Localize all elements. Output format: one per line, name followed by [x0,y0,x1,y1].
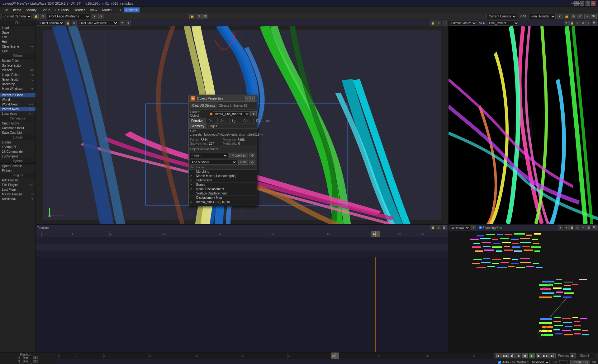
timeline-ruler[interactable]: 0 -5 10 20 30 40 50 62 70 80 9 [56,352,493,359]
vp-icon2[interactable]: ⚙ [436,21,441,26]
auto-key-mode[interactable]: Modified [530,360,550,364]
next-key-btn[interactable]: |▶ [536,353,542,358]
subtab-geometry[interactable]: Geometry [189,124,206,128]
view-dropdown-icon[interactable]: ▼ [92,14,97,19]
schematic-viewport[interactable]: Schematic ▼ Bounding Box ▼ ▼ 🔒 ⚙ + ☰ 🔍 [448,225,598,352]
render-search-icon[interactable]: 🔍 [591,14,597,19]
tl-vp-icon1[interactable]: 🔒 [430,225,435,230]
sidebar-item-local-axes[interactable]: Local Axes+F7 [0,111,36,116]
play-fwd-btn[interactable]: ▶ [529,353,535,358]
modifier-displacement-map[interactable]: Displacement Map [189,196,257,200]
schematic-icon3[interactable]: + [581,225,586,230]
sidebar-item-parent-in-place[interactable]: Parent in Place [0,93,36,97]
sidebar-item-world-axes[interactable]: World Axes+F5 [0,102,36,107]
view-settings-icon[interactable]: ▼ [98,14,104,19]
menu-fxtools[interactable]: FX Tools [53,7,71,12]
x-e-button[interactable]: E [33,356,38,359]
vp-mode-dropdown[interactable]: ▼ [120,21,125,26]
render-camera-select[interactable]: Current Camera [450,21,477,26]
sidebar-item-surface-editor[interactable]: Surface Editor [0,63,36,68]
sidebar-item-command-input[interactable]: Command Input [0,126,36,130]
tab-primitive[interactable]: Primitive [189,118,206,124]
prev-frame-btn[interactable]: ◀◀ [501,353,508,358]
schematic-content[interactable] [448,231,598,352]
step-input[interactable] [587,354,596,358]
modifier-surface-displacement[interactable]: Surface Displacement [189,191,257,196]
modifier-nodal-displacement[interactable]: ✓ Nodal Displacement [189,187,257,191]
viewport-lock-icon[interactable]: 🔒 [189,14,195,19]
vp-mode-settings[interactable]: ▼ [126,21,131,26]
render-refresh-icon[interactable]: ↺ [577,14,583,19]
properties-button[interactable]: Properties [229,153,248,158]
menu-render[interactable]: Render [71,7,87,12]
tab-inst[interactable]: Inst... [263,118,276,124]
sidebar-item-python[interactable]: Python [0,168,36,173]
menu-io[interactable]: I/O [114,7,124,12]
render-more-icon[interactable]: + [584,14,590,19]
main-viewport-scene[interactable]: ◈ Object Properties − ✕ Clear All Object… [36,26,448,224]
sidebar-item-backdrop[interactable]: Backdrop [0,82,36,86]
render-vp-icon1[interactable]: ▼ [564,21,569,26]
menu-model[interactable]: Model [100,7,114,12]
sidebar-item-additional[interactable]: Additional▼ [0,197,36,201]
preview-play-btn[interactable]: ▶ [570,353,576,358]
tab-fx[interactable]: FX [254,118,263,124]
vp-settings-icon[interactable]: ⚙ [72,21,77,26]
timeline-area[interactable]: 0 -5 10 20 30 40 50 62 70 80 [36,231,448,352]
sidebar-item-last-plugin[interactable]: Last Plugin [0,187,36,192]
sidebar-item-clear-scene[interactable]: Clear Scene+H [0,44,36,49]
goto-start-btn[interactable]: |◀ [495,353,501,358]
schematic-lock[interactable]: ▼ [564,225,569,230]
sidebar-item-add-plugins[interactable]: Add Plugins [0,178,36,183]
render-mode-select[interactable]: Final_Render [529,14,556,19]
render-lock-icon[interactable]: 🔒 [564,14,569,19]
sidebar-item-lscript[interactable]: LScript [0,140,36,145]
schematic-mode-select[interactable]: Schematic [450,225,470,230]
dialog-close-btn[interactable]: ✕ [250,96,255,100]
sidebar-item-cmd-history[interactable]: Cmd History [0,121,36,126]
schematic-icon5[interactable]: 🔍 [592,225,597,230]
schematic-dropdown2[interactable]: ▼ [558,225,563,230]
current-object-dropdown[interactable]: ▼ [250,111,257,116]
prev-key-btn[interactable]: ◀| [508,353,515,358]
sel-input[interactable] [559,360,567,364]
camera-lock-icon[interactable]: 🔒 [33,14,39,19]
vp-lock-icon[interactable]: 🔒 [65,21,70,26]
render-settings-icon[interactable]: ⚙ [571,14,576,19]
stop-btn[interactable]: ■ [522,353,528,358]
sidebar-item-load[interactable]: Load [0,26,36,30]
sidebar-item-save[interactable]: Save [0,30,36,35]
main-viewport[interactable]: Current Camera 🔒 ⚙ Front Face Wireframe … [36,20,448,224]
clear-all-objects-button[interactable]: Clear All Objects [190,103,217,108]
add-modifier-select[interactable]: Add Modifier [190,160,237,165]
auto-key-checkbox[interactable] [498,361,501,364]
schematic-dropdown-icon[interactable]: ▼ [471,225,476,230]
render-dropdown-icon[interactable]: ▼ [557,14,562,19]
sidebar-item-world[interactable]: World [0,97,36,102]
modifier-settings-icon[interactable]: ⚙ [249,160,255,165]
sidebar-item-help[interactable]: Help [0,40,36,44]
vp-icon1[interactable]: 🔒 [430,21,435,26]
menu-modify[interactable]: Modify [24,7,39,12]
replacement-settings-icon[interactable]: ⚙ [249,153,255,158]
tl-vp-icon3[interactable]: ☰ [442,225,447,230]
render-scene[interactable] [448,26,598,224]
y-e-button[interactable]: E [33,360,38,363]
camera-select-left[interactable]: Current Camera [1,14,32,19]
tab-glo[interactable]: Glo... [241,118,254,124]
camera-settings-icon[interactable]: ⚙ [40,14,45,19]
menu-utilities[interactable]: Utilities [124,7,140,12]
menu-file[interactable]: File [0,7,11,12]
render-mode-select-vp[interactable]: Final_Render [488,21,519,26]
modeler-button[interactable]: Modeler [574,1,579,6]
modifier-morph-mixer[interactable]: ✓ Morph Mixer (4 endomorphs) [189,174,257,178]
maximize-button[interactable]: □ [586,1,590,6]
main-viewport-mode[interactable]: Front Face Wireframe [78,21,118,26]
replacement-select[interactable]: (none) [190,153,228,158]
minimize-button[interactable]: − [580,1,584,6]
camera-select-right[interactable]: Current Camera [486,14,517,19]
sidebar-item-presets[interactable]: PresetsF8 [0,68,36,72]
schematic-icon4[interactable]: ☰ [586,225,591,230]
dialog-minimize-btn[interactable]: − [245,96,250,100]
edit-button[interactable]: Edit [238,160,248,165]
